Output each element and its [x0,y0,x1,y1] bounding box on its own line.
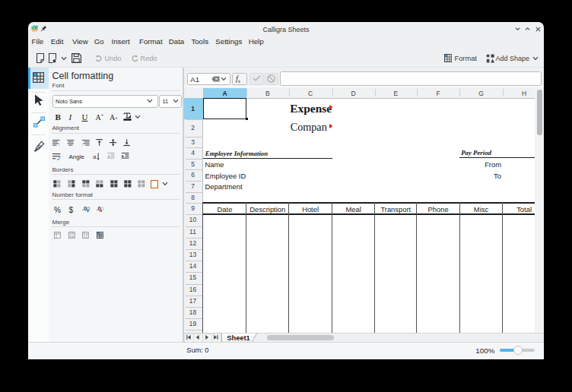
svg-text:a: a [93,153,97,160]
